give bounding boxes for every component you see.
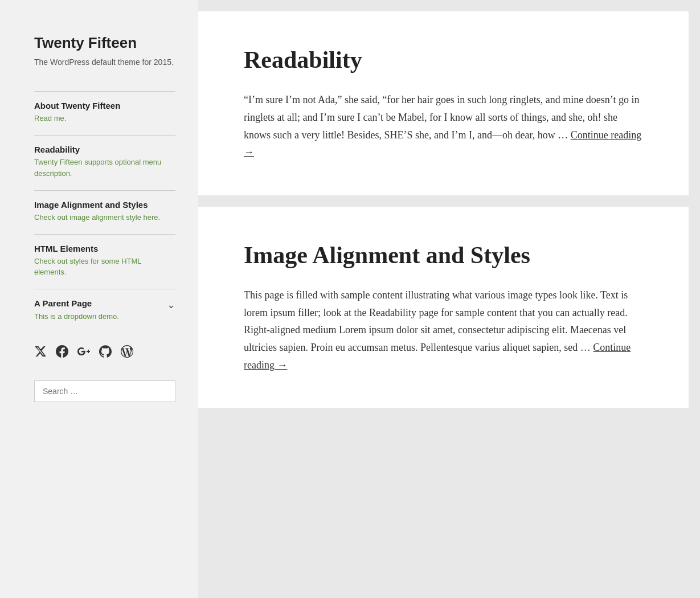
- nav-desc-about: Read me.: [34, 114, 66, 122]
- facebook-icon[interactable]: [56, 345, 68, 358]
- social-icons: [34, 345, 175, 358]
- nav-item-html-elements: HTML Elements Check out styles for some …: [34, 244, 175, 277]
- google-plus-icon[interactable]: [77, 345, 90, 358]
- dropdown-arrow-parent-page[interactable]: ⌄: [167, 298, 175, 311]
- nav-link-readability[interactable]: Readability: [34, 145, 175, 154]
- continue-reading-image-alignment[interactable]: Continue reading →: [244, 342, 631, 371]
- article-excerpt-readability: “I’m sure I’m not Ada,” she said, “for h…: [244, 91, 643, 161]
- nav-divider-2: [34, 234, 175, 235]
- site-title[interactable]: Twenty Fifteen: [34, 34, 175, 52]
- nav-divider-0: [34, 135, 175, 136]
- twitter-icon[interactable]: [34, 345, 47, 358]
- nav-divider-1: [34, 190, 175, 191]
- nav-desc-image-alignment: Check out image alignment style here.: [34, 213, 160, 222]
- nav-desc-parent-page: This is a dropdown demo.: [34, 312, 119, 321]
- nav-item-about: About Twenty Fifteen Read me.: [34, 101, 175, 124]
- nav-link-about[interactable]: About Twenty Fifteen: [34, 101, 175, 110]
- nav-desc-readability: Twenty Fifteen supports optional menu de…: [34, 158, 161, 177]
- nav-divider-3: [34, 289, 175, 289]
- article-excerpt-image-alignment: This page is filled with sample content …: [244, 286, 643, 374]
- article-image-alignment: Image Alignment and Styles This page is …: [198, 207, 689, 408]
- site-description: The WordPress default theme for 2015.: [34, 56, 175, 68]
- article-readability: Readability “I’m sure I’m not Ada,” she …: [198, 11, 689, 195]
- nav-desc-html-elements: Check out styles for some HTML elements.: [34, 257, 141, 276]
- github-icon[interactable]: [99, 345, 112, 358]
- nav-link-parent-page[interactable]: A Parent Page: [34, 298, 92, 308]
- sidebar: Twenty Fifteen The WordPress default the…: [0, 0, 198, 598]
- sidebar-divider: [34, 91, 175, 92]
- nav-link-image-alignment[interactable]: Image Alignment and Styles: [34, 200, 175, 210]
- nav-link-html-elements[interactable]: HTML Elements: [34, 244, 175, 253]
- article-title-image-alignment[interactable]: Image Alignment and Styles: [244, 241, 643, 269]
- search-input[interactable]: [34, 380, 175, 402]
- article-title-readability[interactable]: Readability: [244, 46, 643, 74]
- nav-item-readability: Readability Twenty Fifteen supports opti…: [34, 145, 175, 178]
- continue-reading-readability[interactable]: Continue reading →: [244, 129, 641, 158]
- nav-item-parent-page: A Parent Page ⌄ This is a dropdown demo.: [34, 298, 175, 322]
- main-content: Readability “I’m sure I’m not Ada,” she …: [198, 0, 700, 598]
- nav-item-image-alignment: Image Alignment and Styles Check out ima…: [34, 200, 175, 223]
- sidebar-nav: About Twenty Fifteen Read me. Readabilit…: [34, 101, 175, 322]
- wordpress-icon[interactable]: [121, 345, 133, 358]
